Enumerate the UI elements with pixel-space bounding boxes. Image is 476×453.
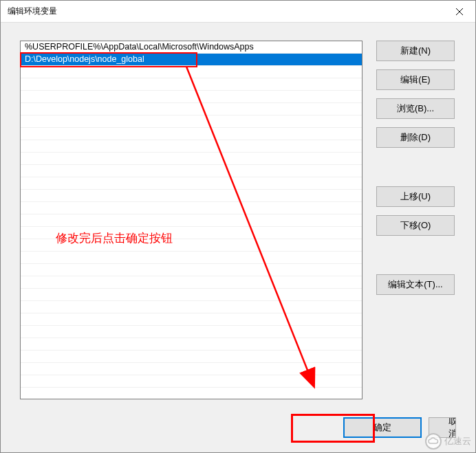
list-item[interactable]: %USERPROFILE%\AppData\Local\Microsoft\Wi… <box>21 41 362 54</box>
list-item[interactable] <box>21 165 362 177</box>
list-item[interactable] <box>21 78 362 91</box>
new-button[interactable]: 新建(N) <box>376 41 455 61</box>
list-item[interactable] <box>21 214 362 227</box>
move-down-button[interactable]: 下移(O) <box>376 215 455 236</box>
content-area: %USERPROFILE%\AppData\Local\Microsoft\Wi… <box>20 41 456 433</box>
close-button[interactable] <box>444 1 475 23</box>
side-buttons: 新建(N) 编辑(E) 浏览(B)... 删除(D) 上移(U) 下移(O) 编… <box>376 41 455 302</box>
close-icon <box>456 8 463 15</box>
list-item[interactable] <box>21 301 362 313</box>
edit-button[interactable]: 编辑(E) <box>376 69 455 90</box>
list-item[interactable] <box>21 239 362 252</box>
titlebar: 编辑环境变量 <box>1 1 475 23</box>
watermark: 亿速云 <box>425 433 471 450</box>
list-item[interactable] <box>21 227 362 239</box>
move-up-button[interactable]: 上移(U) <box>376 186 455 207</box>
list-item[interactable] <box>21 363 362 375</box>
ok-button[interactable]: 确定 <box>343 417 422 438</box>
list-item[interactable] <box>21 177 362 190</box>
list-item[interactable] <box>21 140 362 153</box>
edit-text-button[interactable]: 编辑文本(T)... <box>376 274 455 295</box>
list-item[interactable] <box>21 375 362 388</box>
watermark-text: 亿速云 <box>444 435 471 448</box>
delete-button[interactable]: 删除(D) <box>376 127 455 148</box>
list-item[interactable] <box>21 91 362 103</box>
list-item[interactable] <box>21 264 362 276</box>
list-item[interactable]: D:\Develop\nodejs\node_global <box>21 54 362 66</box>
list-item[interactable] <box>21 338 362 351</box>
list-item[interactable] <box>21 313 362 326</box>
dialog-window: 编辑环境变量 %USERPROFILE%\AppData\Local\Micro… <box>0 0 476 453</box>
list-item[interactable] <box>21 326 362 338</box>
cloud-icon <box>425 433 442 450</box>
list-item[interactable] <box>21 153 362 165</box>
list-item[interactable] <box>21 276 362 289</box>
path-list[interactable]: %USERPROFILE%\AppData\Local\Microsoft\Wi… <box>20 41 363 399</box>
browse-button[interactable]: 浏览(B)... <box>376 98 455 119</box>
list-item[interactable] <box>21 351 362 363</box>
window-title: 编辑环境变量 <box>8 5 57 17</box>
list-item[interactable] <box>21 128 362 140</box>
list-item[interactable] <box>21 103 362 115</box>
list-item[interactable] <box>21 190 362 202</box>
list-item[interactable] <box>21 115 362 128</box>
list-item[interactable] <box>21 66 362 78</box>
list-item[interactable] <box>21 202 362 214</box>
list-item[interactable] <box>21 289 362 301</box>
list-item[interactable] <box>21 252 362 264</box>
